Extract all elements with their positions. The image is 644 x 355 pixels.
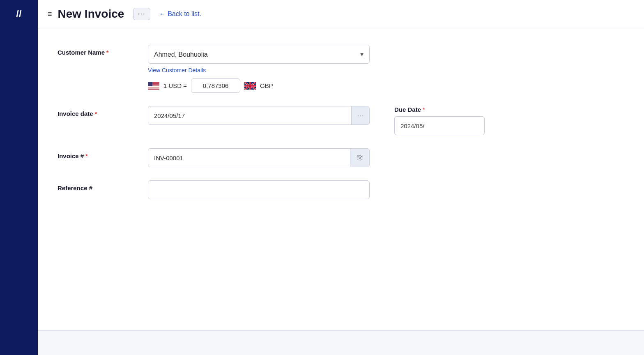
invoice-date-label: Invoice date *: [58, 106, 148, 117]
topbar: ≡ New Invoice ··· ← Back to list.: [38, 0, 644, 28]
main-content: ≡ New Invoice ··· ← Back to list. Custom…: [38, 0, 644, 355]
invoice-number-settings-button[interactable]: [350, 149, 369, 167]
invoice-date-required: *: [95, 111, 97, 117]
currency-gbp-label: GBP: [260, 82, 273, 89]
invoice-number-controls: [148, 148, 624, 167]
invoice-number-input-group: [148, 148, 370, 167]
due-date-input[interactable]: [395, 118, 484, 134]
due-date-required: *: [423, 106, 425, 113]
invoice-date-input-group: ···: [148, 106, 370, 125]
view-customer-details-link[interactable]: View Customer Details: [148, 67, 624, 74]
invoice-date-input[interactable]: [148, 108, 351, 123]
reference-label: Reference #: [58, 180, 148, 191]
svg-rect-11: [148, 88, 159, 89]
form-area: Customer Name * Ahmed, Bouhuolia ▼ View …: [38, 28, 644, 330]
currency-usd-label: 1 USD =: [163, 82, 187, 89]
page-title: New Invoice: [58, 7, 124, 21]
back-to-list-link[interactable]: ← Back to list.: [159, 10, 201, 18]
date-row: Invoice date * ··· Due Date *: [58, 106, 624, 135]
customer-select-wrapper: Ahmed, Bouhuolia ▼: [148, 45, 370, 64]
invoice-num-required: *: [85, 153, 87, 159]
svg-rect-9: [148, 87, 159, 88]
menu-icon[interactable]: ≡: [48, 10, 52, 18]
due-date-label: Due Date: [394, 106, 421, 113]
svg-rect-10: [148, 88, 159, 88]
currency-row: 1 USD = GBP: [148, 78, 624, 93]
reference-input[interactable]: [148, 180, 370, 199]
uk-flag-icon: [244, 82, 256, 90]
svg-rect-13: [148, 82, 152, 86]
invoice-date-picker-button[interactable]: ···: [351, 106, 369, 124]
invoice-date-controls: ··· Due Date *: [148, 106, 624, 135]
svg-rect-8: [148, 87, 159, 87]
invoice-number-label: Invoice # *: [58, 148, 148, 159]
currency-rate-input[interactable]: [191, 78, 240, 93]
gear-icon: [356, 154, 363, 161]
reference-controls: [148, 180, 624, 199]
customer-name-row: Customer Name * Ahmed, Bouhuolia ▼ View …: [58, 45, 624, 93]
bottom-area: [38, 330, 644, 355]
us-flag-icon: [148, 82, 159, 90]
sidebar: //: [0, 0, 38, 355]
more-options-button[interactable]: ···: [133, 8, 150, 20]
svg-rect-12: [148, 89, 159, 89]
due-date-group: Due Date *: [394, 106, 485, 135]
due-date-input-wrapper: [394, 116, 485, 135]
customer-name-label: Customer Name *: [58, 45, 148, 56]
customer-name-select[interactable]: Ahmed, Bouhuolia: [148, 45, 370, 64]
invoice-number-input[interactable]: [148, 150, 350, 166]
svg-rect-7: [148, 86, 159, 86]
required-indicator: *: [106, 49, 108, 56]
customer-name-controls: Ahmed, Bouhuolia ▼ View Customer Details: [148, 45, 624, 93]
app-logo: //: [16, 8, 21, 20]
reference-row: Reference #: [58, 180, 624, 199]
invoice-number-row: Invoice # *: [58, 148, 624, 167]
